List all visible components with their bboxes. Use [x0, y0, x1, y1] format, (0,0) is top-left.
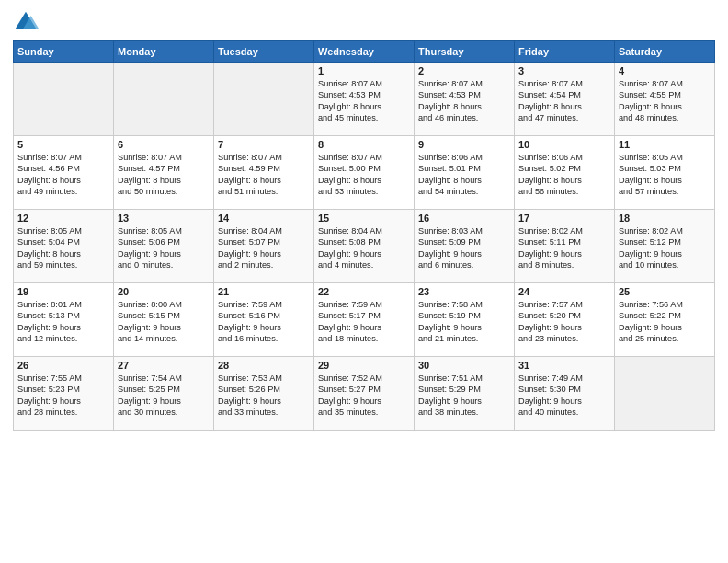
- day-cell: 27Sunrise: 7:54 AM Sunset: 5:25 PM Dayli…: [114, 357, 214, 431]
- day-number: 27: [118, 360, 210, 371]
- day-info: Sunrise: 8:07 AM Sunset: 4:53 PM Dayligh…: [318, 78, 410, 124]
- day-number: 31: [518, 360, 610, 371]
- day-info: Sunrise: 8:05 AM Sunset: 5:04 PM Dayligh…: [17, 225, 109, 271]
- header-row: SundayMondayTuesdayWednesdayThursdayFrid…: [14, 41, 715, 63]
- day-number: 4: [619, 65, 711, 76]
- logo-icon: [13, 9, 39, 35]
- day-info: Sunrise: 8:03 AM Sunset: 5:09 PM Dayligh…: [418, 225, 510, 271]
- logo: [13, 9, 42, 35]
- day-number: 6: [118, 139, 210, 150]
- day-cell: 20Sunrise: 8:00 AM Sunset: 5:15 PM Dayli…: [114, 283, 214, 357]
- day-number: 10: [518, 139, 610, 150]
- header-cell-thursday: Thursday: [415, 41, 515, 63]
- day-cell: 1Sunrise: 8:07 AM Sunset: 4:53 PM Daylig…: [314, 63, 415, 136]
- week-row-1: 1Sunrise: 8:07 AM Sunset: 4:53 PM Daylig…: [14, 63, 715, 136]
- day-cell: 26Sunrise: 7:55 AM Sunset: 5:23 PM Dayli…: [14, 357, 114, 431]
- day-cell: 3Sunrise: 8:07 AM Sunset: 4:54 PM Daylig…: [515, 63, 615, 136]
- day-number: 1: [318, 65, 410, 76]
- header-cell-friday: Friday: [515, 41, 615, 63]
- day-cell: 25Sunrise: 7:56 AM Sunset: 5:22 PM Dayli…: [615, 283, 715, 357]
- day-number: 12: [17, 213, 109, 224]
- day-number: 23: [418, 286, 510, 297]
- header-cell-saturday: Saturday: [615, 41, 715, 63]
- day-number: 7: [218, 139, 310, 150]
- day-info: Sunrise: 8:04 AM Sunset: 5:07 PM Dayligh…: [218, 225, 310, 271]
- day-info: Sunrise: 8:07 AM Sunset: 4:59 PM Dayligh…: [218, 152, 310, 198]
- day-number: 24: [518, 286, 610, 297]
- day-info: Sunrise: 7:56 AM Sunset: 5:22 PM Dayligh…: [619, 299, 711, 345]
- day-info: Sunrise: 7:57 AM Sunset: 5:20 PM Dayligh…: [518, 299, 610, 345]
- day-number: 5: [17, 139, 109, 150]
- day-cell: 19Sunrise: 8:01 AM Sunset: 5:13 PM Dayli…: [14, 283, 114, 357]
- day-cell: [615, 357, 715, 431]
- day-number: 13: [118, 213, 210, 224]
- day-cell: 22Sunrise: 7:59 AM Sunset: 5:17 PM Dayli…: [314, 283, 415, 357]
- day-number: 17: [518, 213, 610, 224]
- day-cell: 15Sunrise: 8:04 AM Sunset: 5:08 PM Dayli…: [314, 210, 415, 283]
- day-cell: 4Sunrise: 8:07 AM Sunset: 4:55 PM Daylig…: [615, 63, 715, 136]
- day-info: Sunrise: 7:59 AM Sunset: 5:17 PM Dayligh…: [318, 299, 410, 345]
- day-info: Sunrise: 8:07 AM Sunset: 4:57 PM Dayligh…: [118, 152, 210, 198]
- day-number: 19: [17, 286, 109, 297]
- header: [13, 9, 715, 35]
- day-info: Sunrise: 7:58 AM Sunset: 5:19 PM Dayligh…: [418, 299, 510, 345]
- day-info: Sunrise: 8:00 AM Sunset: 5:15 PM Dayligh…: [118, 299, 210, 345]
- day-number: 2: [418, 65, 510, 76]
- day-number: 14: [218, 213, 310, 224]
- day-cell: 10Sunrise: 8:06 AM Sunset: 5:02 PM Dayli…: [515, 136, 615, 210]
- day-number: 21: [218, 286, 310, 297]
- day-info: Sunrise: 8:06 AM Sunset: 5:01 PM Dayligh…: [418, 152, 510, 198]
- day-info: Sunrise: 8:01 AM Sunset: 5:13 PM Dayligh…: [17, 299, 109, 345]
- day-info: Sunrise: 8:04 AM Sunset: 5:08 PM Dayligh…: [318, 225, 410, 271]
- day-cell: 9Sunrise: 8:06 AM Sunset: 5:01 PM Daylig…: [415, 136, 515, 210]
- week-row-4: 19Sunrise: 8:01 AM Sunset: 5:13 PM Dayli…: [14, 283, 715, 357]
- day-info: Sunrise: 8:05 AM Sunset: 5:03 PM Dayligh…: [619, 152, 711, 198]
- day-number: 11: [619, 139, 711, 150]
- week-row-2: 5Sunrise: 8:07 AM Sunset: 4:56 PM Daylig…: [14, 136, 715, 210]
- day-cell: 6Sunrise: 8:07 AM Sunset: 4:57 PM Daylig…: [114, 136, 214, 210]
- day-cell: [114, 63, 214, 136]
- day-cell: 14Sunrise: 8:04 AM Sunset: 5:07 PM Dayli…: [214, 210, 314, 283]
- day-info: Sunrise: 8:05 AM Sunset: 5:06 PM Dayligh…: [118, 225, 210, 271]
- week-row-3: 12Sunrise: 8:05 AM Sunset: 5:04 PM Dayli…: [14, 210, 715, 283]
- day-cell: 23Sunrise: 7:58 AM Sunset: 5:19 PM Dayli…: [415, 283, 515, 357]
- day-cell: 18Sunrise: 8:02 AM Sunset: 5:12 PM Dayli…: [615, 210, 715, 283]
- day-number: 28: [218, 360, 310, 371]
- header-cell-sunday: Sunday: [14, 41, 114, 63]
- header-cell-wednesday: Wednesday: [314, 41, 415, 63]
- day-cell: 8Sunrise: 8:07 AM Sunset: 5:00 PM Daylig…: [314, 136, 415, 210]
- day-info: Sunrise: 7:59 AM Sunset: 5:16 PM Dayligh…: [218, 299, 310, 345]
- day-cell: [14, 63, 114, 136]
- day-info: Sunrise: 8:02 AM Sunset: 5:12 PM Dayligh…: [619, 225, 711, 271]
- page-container: SundayMondayTuesdayWednesdayThursdayFrid…: [0, 0, 728, 563]
- day-number: 8: [318, 139, 410, 150]
- day-number: 18: [619, 213, 711, 224]
- day-number: 16: [418, 213, 510, 224]
- day-info: Sunrise: 7:54 AM Sunset: 5:25 PM Dayligh…: [118, 373, 210, 419]
- day-info: Sunrise: 8:02 AM Sunset: 5:11 PM Dayligh…: [518, 225, 610, 271]
- calendar-table: SundayMondayTuesdayWednesdayThursdayFrid…: [13, 40, 715, 431]
- day-number: 22: [318, 286, 410, 297]
- day-number: 25: [619, 286, 711, 297]
- day-cell: 5Sunrise: 8:07 AM Sunset: 4:56 PM Daylig…: [14, 136, 114, 210]
- day-number: 3: [518, 65, 610, 76]
- day-cell: 11Sunrise: 8:05 AM Sunset: 5:03 PM Dayli…: [615, 136, 715, 210]
- day-info: Sunrise: 7:49 AM Sunset: 5:30 PM Dayligh…: [518, 373, 610, 419]
- day-number: 15: [318, 213, 410, 224]
- header-cell-tuesday: Tuesday: [214, 41, 314, 63]
- day-number: 26: [17, 360, 109, 371]
- day-cell: 12Sunrise: 8:05 AM Sunset: 5:04 PM Dayli…: [14, 210, 114, 283]
- day-cell: 16Sunrise: 8:03 AM Sunset: 5:09 PM Dayli…: [415, 210, 515, 283]
- header-cell-monday: Monday: [114, 41, 214, 63]
- day-cell: 31Sunrise: 7:49 AM Sunset: 5:30 PM Dayli…: [515, 357, 615, 431]
- day-number: 29: [318, 360, 410, 371]
- day-info: Sunrise: 8:07 AM Sunset: 4:53 PM Dayligh…: [418, 78, 510, 124]
- day-cell: 29Sunrise: 7:52 AM Sunset: 5:27 PM Dayli…: [314, 357, 415, 431]
- day-info: Sunrise: 8:07 AM Sunset: 4:54 PM Dayligh…: [518, 78, 610, 124]
- day-cell: 28Sunrise: 7:53 AM Sunset: 5:26 PM Dayli…: [214, 357, 314, 431]
- day-number: 30: [418, 360, 510, 371]
- day-cell: 30Sunrise: 7:51 AM Sunset: 5:29 PM Dayli…: [415, 357, 515, 431]
- day-info: Sunrise: 7:55 AM Sunset: 5:23 PM Dayligh…: [17, 373, 109, 419]
- day-info: Sunrise: 8:07 AM Sunset: 4:56 PM Dayligh…: [17, 152, 109, 198]
- day-cell: [214, 63, 314, 136]
